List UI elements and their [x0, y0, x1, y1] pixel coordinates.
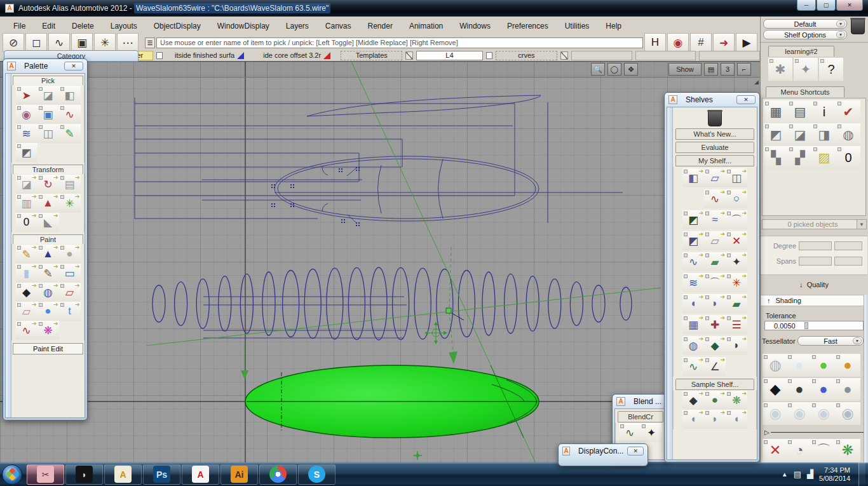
zero-transform-icon[interactable]: 0: [836, 146, 860, 169]
surf-fillet-icon[interactable]: ◖: [682, 294, 704, 313]
viewport-pan-icon[interactable]: ◯: [607, 63, 621, 76]
surface-roll-icon[interactable]: ◧: [682, 168, 704, 187]
skype-taskbar-button[interactable]: S: [298, 464, 336, 485]
layer-l4[interactable]: L4: [416, 51, 482, 60]
action-center-icon[interactable]: ▤: [794, 469, 801, 479]
material-slider[interactable]: ▷: [764, 428, 865, 436]
surface-diag-icon[interactable]: ◩: [682, 231, 704, 250]
autocad-taskbar-button[interactable]: A: [182, 464, 219, 485]
menu-item-utilities[interactable]: Utilities: [557, 22, 598, 30]
nonprop-scale-tool-icon[interactable]: ▥: [16, 194, 37, 213]
pick-nothing-tool-icon[interactable]: ➤: [16, 86, 37, 105]
minimize-button[interactable]: ─: [797, 0, 816, 11]
mesh-tool-icon[interactable]: ▦: [682, 315, 704, 334]
palette-scrollbar[interactable]: [6, 74, 11, 417]
pull-surface-3-icon[interactable]: ◖: [726, 410, 747, 429]
displaycon-close-button[interactable]: ✕: [627, 447, 644, 456]
pick-curve-tool-icon[interactable]: ∿: [59, 105, 81, 124]
move-tool-icon[interactable]: ◪: [16, 175, 37, 194]
menu-item-objectdisplay[interactable]: ObjectDisplay: [146, 22, 209, 30]
palette-section-transform[interactable]: Transform: [13, 165, 83, 174]
shelves-scrollbar[interactable]: [667, 107, 673, 459]
menu-item-file[interactable]: File: [5, 22, 34, 30]
pick-template-tool-icon[interactable]: ◧: [59, 86, 81, 105]
learning-help-book-icon[interactable]: ?: [819, 58, 843, 81]
surf-green-icon[interactable]: ▰: [726, 294, 747, 313]
tessellator-combo[interactable]: Fast▼: [797, 336, 864, 346]
scale-tool-icon[interactable]: ▤: [59, 175, 81, 194]
pick-surface-tool-icon[interactable]: ◫: [37, 124, 59, 143]
multicolor-thimble-icon[interactable]: ●: [811, 354, 836, 377]
measure-tool-icon[interactable]: ⌒: [726, 210, 747, 229]
paint-bucket-tool-icon[interactable]: ◍: [37, 283, 59, 302]
bw-patch-icon[interactable]: ◆: [763, 378, 788, 401]
viewport-resize-icon[interactable]: ◢: [754, 79, 759, 85]
tolerance-field[interactable]: 0.0050: [764, 321, 864, 330]
pick-object-types-tool-icon[interactable]: ◩: [16, 143, 37, 162]
cross-section-tool-icon[interactable]: ✚: [704, 315, 726, 334]
degree-field-2[interactable]: [834, 241, 862, 250]
shelves-close-button[interactable]: ✕: [736, 95, 756, 104]
zero-transform-tool-icon[interactable]: 0: [16, 213, 37, 232]
menu-item-preferences[interactable]: Preferences: [499, 22, 557, 30]
layer-checkbox-2[interactable]: [486, 52, 492, 59]
surface-plane-icon[interactable]: ▱: [704, 168, 726, 187]
window-layout-icon[interactable]: ⌐: [737, 63, 751, 76]
alias-2012-taskbar-button[interactable]: A: [104, 464, 142, 485]
menu-item-edit[interactable]: Edit: [34, 22, 64, 30]
shelf-options-combo[interactable]: Shelf Options▼: [763, 30, 847, 39]
delete-history-icon[interactable]: ✕: [763, 439, 788, 462]
shelf-set-combo[interactable]: Default▼: [763, 19, 847, 29]
eraser-ball-tool-icon[interactable]: ●: [59, 245, 81, 264]
sculpt-app-taskbar-button[interactable]: ◗: [65, 464, 103, 485]
menu-item-animation[interactable]: Animation: [401, 22, 451, 30]
menu-item-canvas[interactable]: Canvas: [317, 22, 360, 30]
quality-header[interactable]: ↓ Quality: [761, 281, 867, 288]
viewport-zoom-icon[interactable]: 🔍: [591, 63, 605, 76]
pick-point-tool-icon[interactable]: ◉: [16, 105, 37, 124]
shelves-titlebar[interactable]: A Shelves ✕: [665, 93, 759, 106]
close-button[interactable]: ✕: [836, 0, 863, 11]
photoshop-taskbar-button[interactable]: Ps: [143, 464, 180, 485]
prompt-history-icon[interactable]: ☰: [145, 37, 155, 48]
crayon-tool-icon[interactable]: ▲: [37, 245, 59, 264]
palette-section-paint[interactable]: Paint: [13, 234, 83, 244]
chevron-down-icon[interactable]: ▼: [853, 337, 862, 344]
ruler-icon[interactable]: ▤: [704, 63, 718, 76]
sculpt-tool-icon[interactable]: ◣: [37, 213, 59, 232]
counter-b-icon[interactable]: ▞: [788, 146, 812, 169]
new-circle-icon[interactable]: ○: [726, 189, 747, 208]
chevron-down-icon[interactable]: ▼: [836, 31, 845, 38]
menu-item-help[interactable]: Help: [597, 22, 630, 30]
network-signal-icon[interactable]: ▟: [807, 469, 813, 479]
cv-star-icon[interactable]: ✳: [726, 273, 747, 292]
tube-tool-icon[interactable]: ◍: [682, 336, 704, 355]
metal-thimble-icon[interactable]: ●: [835, 378, 860, 401]
illustrator-taskbar-button[interactable]: Ai: [220, 464, 258, 485]
picked-objects-dropdown[interactable]: ▼: [857, 219, 867, 229]
layer-slash-icon-1[interactable]: [405, 51, 413, 60]
panel-trash-icon[interactable]: [851, 19, 865, 34]
paintbrush-tool-icon[interactable]: ✎: [37, 264, 59, 283]
menu-item-delete[interactable]: Delete: [64, 22, 102, 30]
sphere-btn-1-icon[interactable]: ◉: [763, 402, 788, 425]
layer-empty-slot-2[interactable]: [635, 51, 696, 60]
sphere-btn-3-icon[interactable]: ◉: [811, 402, 836, 425]
pencil-tool-icon[interactable]: ✎: [16, 245, 37, 264]
shading-header[interactable]: ↑ Shading: [761, 295, 867, 306]
shelf-tab-my-shelf[interactable]: My Shelf...: [675, 155, 754, 166]
blend-crv-sample-icon[interactable]: ∿: [619, 423, 641, 442]
layer-checkbox-1[interactable]: [156, 52, 163, 59]
menu-item-windowdisplay[interactable]: WindowDisplay: [209, 22, 278, 30]
confirm-check-icon[interactable]: ✔: [836, 100, 860, 123]
blue-thimble-icon[interactable]: ●: [811, 378, 836, 401]
rotate-tool-icon[interactable]: ↻: [37, 175, 59, 194]
prompt-line[interactable]: Use mouse or enter name of item to pick …: [156, 37, 643, 48]
layer-crves[interactable]: crves: [496, 51, 557, 60]
maximize-button[interactable]: ▢: [817, 0, 836, 11]
curve-photo-icon[interactable]: ◩: [682, 210, 704, 229]
palette-section-paint-edit[interactable]: Paint Edit: [13, 343, 83, 354]
color-wheel-tool-icon[interactable]: ❋: [37, 321, 59, 340]
layer-templates[interactable]: Templates: [341, 51, 402, 60]
spans-field-2[interactable]: [834, 257, 862, 266]
